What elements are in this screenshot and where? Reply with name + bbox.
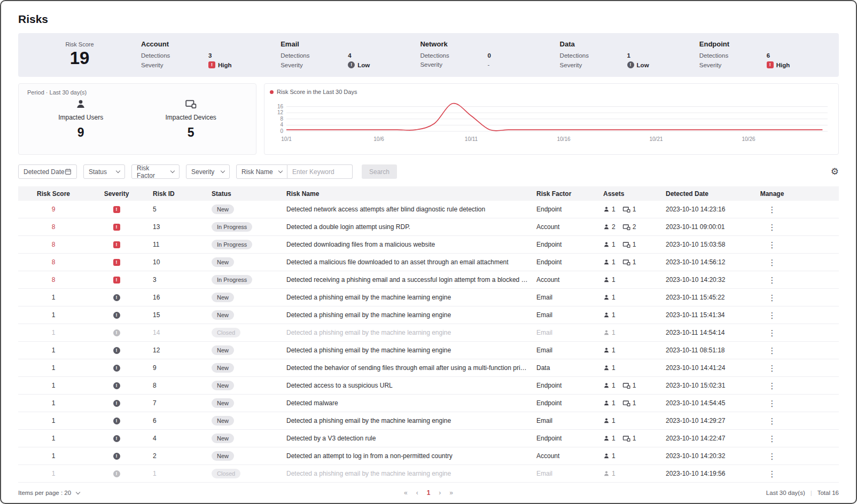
detected-date-filter[interactable]: Detected Date [18, 164, 77, 179]
user-icon [603, 470, 610, 477]
kebab-menu-icon[interactable]: ⋮ [765, 417, 780, 425]
svg-text:0: 0 [280, 128, 283, 134]
table-row[interactable]: 9!5NewDetected network access attempts a… [18, 201, 839, 218]
severity-filter[interactable]: Severity [186, 164, 230, 179]
user-icon [603, 418, 610, 424]
risk-name-cell[interactable]: Detected receiving a phishing email and … [278, 276, 528, 284]
user-icon [603, 365, 610, 371]
table-row[interactable]: 8!10NewDetected a malicious file downloa… [18, 254, 839, 271]
table-row[interactable]: 1!16NewDetected a phishing email by the … [18, 289, 839, 306]
device-icon [622, 206, 630, 213]
risk-name-cell[interactable]: Detected access to a suspicious URL [278, 382, 528, 389]
risk-name-cell[interactable]: Detected the behavior of sending files t… [278, 364, 528, 372]
severity-label: Severity [281, 62, 348, 68]
user-count: 1 [612, 399, 616, 407]
summary-category-data: DataDetections1Severity!Low [560, 40, 699, 70]
status-cell: Closed [203, 469, 278, 478]
manage-cell: ⋮ [759, 294, 839, 302]
table-row[interactable]: 8!3In ProgressDetected receiving a phish… [18, 271, 839, 289]
kebab-menu-icon[interactable]: ⋮ [765, 223, 780, 231]
search-button[interactable]: Search [362, 164, 397, 179]
kebab-menu-icon[interactable]: ⋮ [765, 258, 780, 266]
status-badge: In Progress [212, 275, 252, 285]
kebab-menu-icon[interactable]: ⋮ [765, 276, 780, 284]
table-row[interactable]: 1!7NewDetected malwareEndpoint112023-10-… [18, 395, 839, 412]
risk-name-cell[interactable]: Detected a phishing email by the machine… [278, 294, 528, 301]
risk-name-cell[interactable]: Detected network access attempts after b… [278, 206, 528, 213]
table-row[interactable]: 1!6NewDetected a phishing email by the m… [18, 412, 839, 430]
status-filter[interactable]: Status [83, 164, 125, 179]
gear-icon[interactable]: ⚙ [831, 167, 839, 176]
assets-cell: 1 [595, 417, 657, 424]
kebab-menu-icon[interactable]: ⋮ [765, 364, 780, 372]
user-count: 1 [612, 435, 616, 442]
kebab-menu-icon[interactable]: ⋮ [765, 241, 780, 249]
kebab-menu-icon[interactable]: ⋮ [765, 452, 780, 460]
risk-name-cell[interactable]: Detected a phishing email by the machine… [278, 311, 528, 319]
items-per-page-select[interactable]: Items per page : 20 [18, 490, 80, 496]
detected-date-cell: 2023-10-11 14:54:14 [657, 329, 759, 336]
risk-name-cell[interactable]: Detected a phishing email by the machine… [278, 346, 528, 354]
risk-name-cell[interactable]: Detected by a V3 detection rule [278, 435, 528, 442]
table-row[interactable]: 1!8NewDetected access to a suspicious UR… [18, 377, 839, 395]
status-cell: New [203, 257, 278, 267]
severity-cell: ! [89, 435, 144, 442]
risk-name-cell[interactable]: Detected a phishing email by the machine… [278, 417, 528, 424]
table-footer: Items per page : 20 « ‹ 1 › » Last 30 da… [18, 483, 839, 496]
severity-low-icon: ! [348, 61, 355, 68]
risk-name-cell[interactable]: Detected downloading files from a malici… [278, 241, 528, 248]
risk-factor-cell: Email [528, 346, 595, 354]
user-count: 1 [612, 276, 616, 284]
table-row[interactable]: 1!9NewDetected the behavior of sending f… [18, 359, 839, 377]
risk-name-cell[interactable]: Detected a double login attempt using RD… [278, 223, 528, 231]
table-row[interactable]: 8!13In ProgressDetected a double login a… [18, 218, 839, 236]
table-row[interactable]: 1!1ClosedDetected a phishing email by th… [18, 465, 839, 483]
table-row[interactable]: 1!2NewDetected an attempt to log in from… [18, 447, 839, 465]
manage-cell: ⋮ [759, 206, 839, 214]
risk-id-cell: 1 [144, 470, 203, 477]
kebab-menu-icon[interactable]: ⋮ [765, 294, 780, 302]
risk-name-cell[interactable]: Detected malware [278, 399, 528, 407]
device-count: 1 [633, 399, 636, 407]
keyword-input[interactable] [287, 164, 353, 179]
user-icon [603, 400, 610, 406]
kebab-menu-icon[interactable]: ⋮ [765, 346, 780, 355]
current-page[interactable]: 1 [427, 489, 431, 497]
kebab-menu-icon[interactable]: ⋮ [765, 382, 780, 390]
severity-value: Low [357, 62, 370, 68]
kebab-menu-icon[interactable]: ⋮ [765, 329, 780, 337]
assets-cell: 1 [595, 470, 657, 477]
kebab-menu-icon[interactable]: ⋮ [765, 311, 780, 319]
detected-date-cell: 2023-10-11 15:41:34 [657, 311, 759, 319]
svg-text:10/6: 10/6 [373, 136, 384, 142]
table-row[interactable]: 1!15NewDetected a phishing email by the … [18, 306, 839, 324]
prev-page-button[interactable]: ‹ [416, 489, 418, 497]
risk-name-filter[interactable]: Risk Name [236, 164, 287, 179]
kebab-menu-icon[interactable]: ⋮ [765, 399, 780, 407]
table-row[interactable]: 1!12NewDetected a phishing email by the … [18, 342, 839, 359]
risk-name-cell[interactable]: Detected an attempt to log in from a non… [278, 452, 528, 460]
table-row[interactable]: 1!14ClosedDetected a phishing email by t… [18, 324, 839, 342]
severity-low-icon: ! [113, 329, 120, 336]
risk-name-cell[interactable]: Detected a phishing email by the machine… [278, 329, 528, 336]
assets-cell: 1 [595, 452, 657, 460]
column-header-severity: Severity [89, 190, 144, 198]
first-page-button[interactable]: « [404, 489, 408, 497]
detected-date-cell: 2023-10-10 14:56:12 [657, 258, 759, 266]
table-row[interactable]: 1!4NewDetected by a V3 detection ruleEnd… [18, 430, 839, 447]
risk-factor-filter[interactable]: Risk Factor [131, 164, 180, 179]
chevron-down-icon [170, 169, 175, 173]
kebab-menu-icon[interactable]: ⋮ [765, 435, 780, 443]
risk-score-cell: 9 [18, 206, 89, 213]
user-icon [603, 435, 610, 442]
next-page-button[interactable]: › [439, 489, 441, 497]
risk-name-cell[interactable]: Detected a phishing email by the machine… [278, 470, 528, 477]
kebab-menu-icon[interactable]: ⋮ [765, 470, 780, 478]
kebab-menu-icon[interactable]: ⋮ [765, 206, 780, 214]
status-cell: New [203, 345, 278, 355]
table-row[interactable]: 8!11In ProgressDetected downloading file… [18, 236, 839, 254]
svg-text:10/1: 10/1 [281, 136, 292, 142]
last-page-button[interactable]: » [449, 489, 453, 497]
assets-cell: 11 [595, 258, 657, 266]
risk-name-cell[interactable]: Detected a malicious file downloaded to … [278, 258, 528, 266]
